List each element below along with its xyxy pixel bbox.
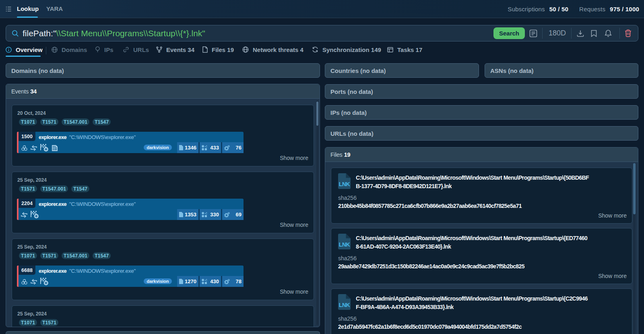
svg-text:LNK: LNK bbox=[339, 181, 350, 187]
svg-text:LNK: LNK bbox=[339, 302, 350, 308]
svg-text:LNK: LNK bbox=[339, 241, 350, 248]
